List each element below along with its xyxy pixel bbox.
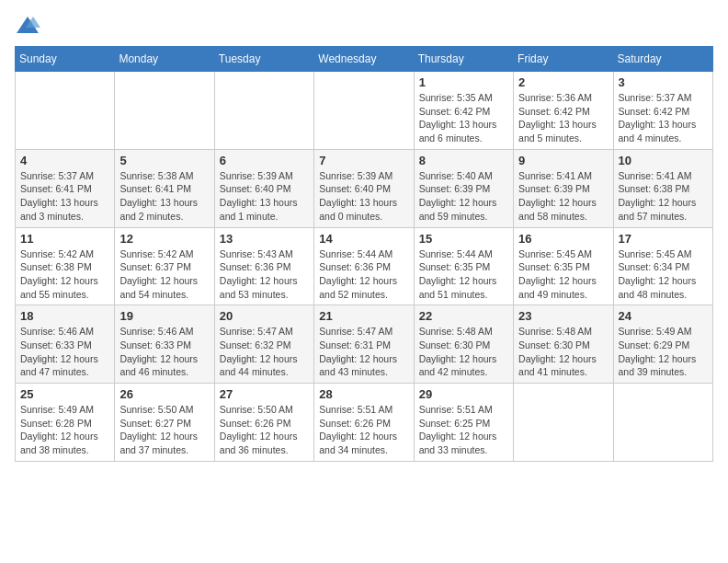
day-number: 19 bbox=[119, 309, 209, 323]
calendar-cell: 3Sunrise: 5:37 AM Sunset: 6:42 PM Daylig… bbox=[613, 72, 712, 150]
day-number: 20 bbox=[220, 309, 309, 323]
calendar-cell: 16Sunrise: 5:45 AM Sunset: 6:35 PM Dayli… bbox=[514, 227, 613, 305]
calendar-cell: 11Sunrise: 5:42 AM Sunset: 6:38 PM Dayli… bbox=[16, 227, 115, 305]
day-number: 11 bbox=[20, 232, 109, 246]
day-number: 21 bbox=[319, 309, 408, 323]
calendar-cell: 28Sunrise: 5:51 AM Sunset: 6:26 PM Dayli… bbox=[314, 384, 414, 462]
calendar-cell: 14Sunrise: 5:44 AM Sunset: 6:36 PM Dayli… bbox=[314, 227, 414, 305]
day-number: 23 bbox=[518, 309, 608, 323]
day-number: 7 bbox=[319, 154, 408, 167]
calendar-cell: 24Sunrise: 5:49 AM Sunset: 6:29 PM Dayli… bbox=[613, 305, 712, 384]
day-info: Sunrise: 5:35 AM Sunset: 6:42 PM Dayligh… bbox=[419, 91, 508, 145]
calendar-cell: 13Sunrise: 5:43 AM Sunset: 6:36 PM Dayli… bbox=[214, 227, 313, 305]
day-number: 17 bbox=[619, 232, 708, 246]
calendar-cell: 26Sunrise: 5:50 AM Sunset: 6:27 PM Dayli… bbox=[115, 384, 214, 462]
day-number: 16 bbox=[518, 232, 608, 246]
day-number: 8 bbox=[419, 154, 508, 167]
day-info: Sunrise: 5:51 AM Sunset: 6:25 PM Dayligh… bbox=[419, 403, 508, 457]
calendar-week-row: 4Sunrise: 5:37 AM Sunset: 6:41 PM Daylig… bbox=[16, 149, 713, 227]
calendar-cell: 18Sunrise: 5:46 AM Sunset: 6:33 PM Dayli… bbox=[16, 305, 115, 384]
day-info: Sunrise: 5:41 AM Sunset: 6:39 PM Dayligh… bbox=[518, 169, 608, 224]
day-info: Sunrise: 5:42 AM Sunset: 6:38 PM Dayligh… bbox=[20, 247, 109, 302]
calendar-cell: 8Sunrise: 5:40 AM Sunset: 6:39 PM Daylig… bbox=[414, 149, 513, 227]
calendar-cell: 25Sunrise: 5:49 AM Sunset: 6:28 PM Dayli… bbox=[16, 384, 115, 462]
day-info: Sunrise: 5:48 AM Sunset: 6:30 PM Dayligh… bbox=[518, 325, 608, 379]
day-info: Sunrise: 5:47 AM Sunset: 6:31 PM Dayligh… bbox=[319, 325, 408, 379]
logo bbox=[15, 15, 44, 35]
calendar-cell: 7Sunrise: 5:39 AM Sunset: 6:40 PM Daylig… bbox=[314, 149, 414, 227]
day-header-monday: Monday bbox=[115, 47, 214, 72]
logo-icon bbox=[15, 15, 40, 35]
day-number: 27 bbox=[220, 387, 309, 401]
calendar-cell: 5Sunrise: 5:38 AM Sunset: 6:41 PM Daylig… bbox=[115, 149, 214, 227]
day-info: Sunrise: 5:44 AM Sunset: 6:36 PM Dayligh… bbox=[319, 247, 408, 302]
day-header-friday: Friday bbox=[514, 47, 613, 72]
day-info: Sunrise: 5:39 AM Sunset: 6:40 PM Dayligh… bbox=[220, 169, 309, 224]
day-number: 13 bbox=[220, 232, 309, 246]
day-info: Sunrise: 5:49 AM Sunset: 6:29 PM Dayligh… bbox=[619, 325, 708, 379]
day-number: 4 bbox=[20, 154, 109, 167]
day-number: 14 bbox=[319, 232, 408, 246]
day-info: Sunrise: 5:41 AM Sunset: 6:38 PM Dayligh… bbox=[619, 169, 708, 224]
day-info: Sunrise: 5:39 AM Sunset: 6:40 PM Dayligh… bbox=[319, 169, 408, 224]
day-info: Sunrise: 5:42 AM Sunset: 6:37 PM Dayligh… bbox=[119, 247, 209, 302]
day-info: Sunrise: 5:40 AM Sunset: 6:39 PM Dayligh… bbox=[419, 169, 508, 224]
day-info: Sunrise: 5:46 AM Sunset: 6:33 PM Dayligh… bbox=[119, 325, 209, 379]
day-info: Sunrise: 5:46 AM Sunset: 6:33 PM Dayligh… bbox=[20, 325, 109, 379]
calendar-week-row: 18Sunrise: 5:46 AM Sunset: 6:33 PM Dayli… bbox=[16, 305, 713, 384]
calendar-week-row: 1Sunrise: 5:35 AM Sunset: 6:42 PM Daylig… bbox=[16, 72, 713, 150]
day-header-saturday: Saturday bbox=[613, 47, 712, 72]
day-number: 26 bbox=[119, 387, 209, 401]
calendar-cell: 19Sunrise: 5:46 AM Sunset: 6:33 PM Dayli… bbox=[115, 305, 214, 384]
day-number: 22 bbox=[419, 309, 508, 323]
calendar-cell bbox=[214, 72, 313, 150]
day-info: Sunrise: 5:50 AM Sunset: 6:26 PM Dayligh… bbox=[220, 403, 309, 457]
day-number: 28 bbox=[319, 387, 408, 401]
calendar-cell: 4Sunrise: 5:37 AM Sunset: 6:41 PM Daylig… bbox=[16, 149, 115, 227]
day-number: 15 bbox=[419, 232, 508, 246]
calendar-cell: 27Sunrise: 5:50 AM Sunset: 6:26 PM Dayli… bbox=[214, 384, 313, 462]
day-number: 29 bbox=[419, 387, 508, 401]
calendar-cell: 22Sunrise: 5:48 AM Sunset: 6:30 PM Dayli… bbox=[414, 305, 513, 384]
calendar-cell bbox=[115, 72, 214, 150]
day-info: Sunrise: 5:45 AM Sunset: 6:35 PM Dayligh… bbox=[518, 247, 608, 302]
day-number: 25 bbox=[20, 387, 109, 401]
calendar-cell: 1Sunrise: 5:35 AM Sunset: 6:42 PM Daylig… bbox=[414, 72, 513, 150]
calendar-cell: 2Sunrise: 5:36 AM Sunset: 6:42 PM Daylig… bbox=[514, 72, 613, 150]
day-header-wednesday: Wednesday bbox=[314, 47, 414, 72]
day-info: Sunrise: 5:49 AM Sunset: 6:28 PM Dayligh… bbox=[20, 403, 109, 457]
day-header-thursday: Thursday bbox=[414, 47, 513, 72]
calendar-header-row: SundayMondayTuesdayWednesdayThursdayFrid… bbox=[16, 47, 713, 72]
day-header-tuesday: Tuesday bbox=[214, 47, 313, 72]
day-number: 24 bbox=[619, 309, 708, 323]
calendar-cell: 23Sunrise: 5:48 AM Sunset: 6:30 PM Dayli… bbox=[514, 305, 613, 384]
calendar-cell: 29Sunrise: 5:51 AM Sunset: 6:25 PM Dayli… bbox=[414, 384, 513, 462]
day-info: Sunrise: 5:48 AM Sunset: 6:30 PM Dayligh… bbox=[419, 325, 508, 379]
day-number: 9 bbox=[518, 154, 608, 167]
day-info: Sunrise: 5:44 AM Sunset: 6:35 PM Dayligh… bbox=[419, 247, 508, 302]
day-header-sunday: Sunday bbox=[16, 47, 115, 72]
day-info: Sunrise: 5:36 AM Sunset: 6:42 PM Dayligh… bbox=[518, 91, 608, 145]
day-number: 5 bbox=[119, 154, 209, 167]
page-header bbox=[15, 15, 713, 35]
calendar-cell: 6Sunrise: 5:39 AM Sunset: 6:40 PM Daylig… bbox=[214, 149, 313, 227]
day-info: Sunrise: 5:50 AM Sunset: 6:27 PM Dayligh… bbox=[119, 403, 209, 457]
day-info: Sunrise: 5:51 AM Sunset: 6:26 PM Dayligh… bbox=[319, 403, 408, 457]
day-info: Sunrise: 5:37 AM Sunset: 6:42 PM Dayligh… bbox=[619, 91, 708, 145]
calendar-cell: 10Sunrise: 5:41 AM Sunset: 6:38 PM Dayli… bbox=[613, 149, 712, 227]
day-info: Sunrise: 5:37 AM Sunset: 6:41 PM Dayligh… bbox=[20, 169, 109, 224]
day-number: 12 bbox=[119, 232, 209, 246]
day-info: Sunrise: 5:38 AM Sunset: 6:41 PM Dayligh… bbox=[119, 169, 209, 224]
calendar-cell bbox=[314, 72, 414, 150]
day-number: 2 bbox=[518, 75, 608, 89]
calendar-cell bbox=[16, 72, 115, 150]
calendar-cell: 20Sunrise: 5:47 AM Sunset: 6:32 PM Dayli… bbox=[214, 305, 313, 384]
calendar-cell bbox=[613, 384, 712, 462]
calendar-cell: 17Sunrise: 5:45 AM Sunset: 6:34 PM Dayli… bbox=[613, 227, 712, 305]
day-number: 18 bbox=[20, 309, 109, 323]
day-info: Sunrise: 5:45 AM Sunset: 6:34 PM Dayligh… bbox=[619, 247, 708, 302]
calendar-cell: 15Sunrise: 5:44 AM Sunset: 6:35 PM Dayli… bbox=[414, 227, 513, 305]
calendar-table: SundayMondayTuesdayWednesdayThursdayFrid… bbox=[15, 46, 713, 462]
day-number: 6 bbox=[220, 154, 309, 167]
day-number: 3 bbox=[619, 75, 708, 89]
